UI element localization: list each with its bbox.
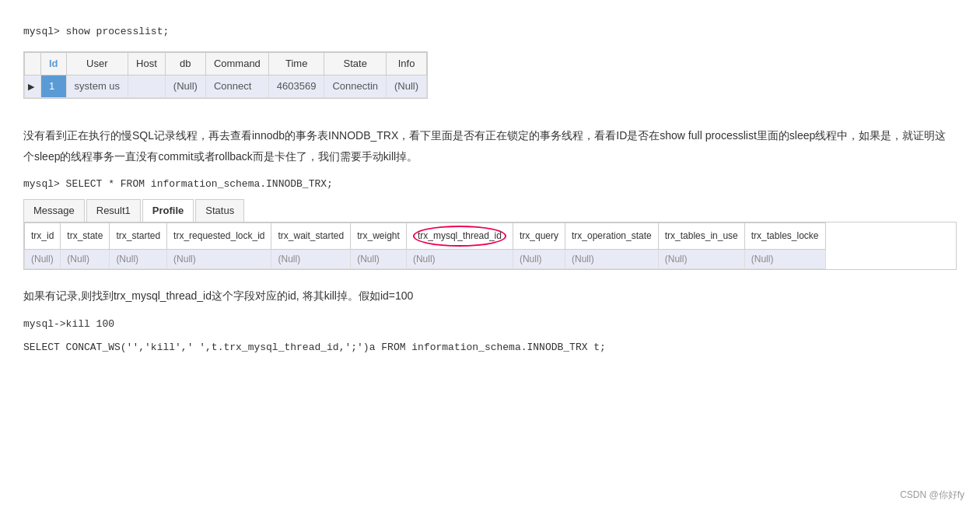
rd-trx-started: (Null) (110, 249, 167, 268)
rh-trx-mysql-thread-id: trx_mysql_thread_id (406, 223, 513, 249)
tabs-container: Message Result1 Profile Status trx_id tr… (23, 199, 957, 270)
id-cell: 1 (41, 75, 67, 98)
col-header-host: Host (128, 53, 166, 75)
cmd2-line: mysql> SELECT * FROM information_schema.… (23, 176, 957, 193)
para2: 如果有记录,则找到trx_mysql_thread_id这个字段对应的id, 将… (23, 286, 957, 307)
rd-trx-tables-locke: (Null) (744, 249, 825, 268)
result-table-wrapper: trx_id trx_state trx_started trx_request… (23, 222, 957, 270)
command-cell: Connect (205, 75, 268, 98)
rd-trx-weight: (Null) (351, 249, 407, 268)
rd-trx-tables-in-use: (Null) (658, 249, 744, 268)
time-cell: 4603569 (268, 75, 324, 98)
para1: 没有看到正在执行的慢SQL记录线程，再去查看innodb的事务表INNODB_T… (23, 125, 957, 166)
cmd4-line: SELECT CONCAT_WS('','kill',' ',t.trx_mys… (23, 339, 957, 356)
rh-trx-query: trx_query (513, 223, 565, 249)
result-table: trx_id trx_state trx_started trx_request… (24, 222, 826, 269)
rh-trx-started: trx_started (110, 223, 167, 249)
db-cell: (Null) (165, 75, 205, 98)
rd-trx-wait-started: (Null) (271, 249, 351, 268)
processlist-table-wrapper: Id User Host db Command Time State Info … (23, 51, 428, 99)
processlist-table: Id User Host db Command Time State Info … (24, 52, 427, 98)
host-cell (128, 75, 166, 98)
tab-status[interactable]: Status (195, 199, 244, 222)
info-cell: (Null) (387, 75, 427, 98)
col-header-arrow (25, 53, 41, 75)
col-header-user: User (66, 53, 128, 75)
col-header-time: Time (268, 53, 324, 75)
rh-trx-weight: trx_weight (351, 223, 407, 249)
arrow-cell: ▶ (25, 75, 41, 98)
col-header-command: Command (205, 53, 268, 75)
col-header-info: Info (387, 53, 427, 75)
col-header-db: db (165, 53, 205, 75)
rh-trx-tables-locke: trx_tables_locke (744, 223, 825, 249)
processlist-row: ▶ 1 system us (Null) Connect 4603569 Con… (25, 75, 427, 98)
rd-trx-id: (Null) (25, 249, 61, 268)
rh-trx-id: trx_id (25, 223, 61, 249)
tab-profile[interactable]: Profile (142, 199, 194, 222)
rd-trx-query: (Null) (513, 249, 565, 268)
rh-trx-tables-in-use: trx_tables_in_use (658, 223, 744, 249)
user-cell: system us (66, 75, 128, 98)
rh-trx-wait-started: trx_wait_started (271, 223, 351, 249)
tabs-bar: Message Result1 Profile Status (23, 199, 957, 222)
cmd1-line: mysql> show processlist; (23, 23, 957, 40)
rh-trx-state: trx_state (61, 223, 110, 249)
rd-trx-operation-state: (Null) (565, 249, 658, 268)
rd-trx-mysql-thread-id: (Null) (406, 249, 513, 268)
rd-trx-requested-lock-id: (Null) (167, 249, 271, 268)
tab-result1[interactable]: Result1 (86, 199, 141, 222)
cmd3-line: mysql->kill 100 (23, 316, 957, 333)
result-row: (Null) (Null) (Null) (Null) (Null) (Null… (25, 249, 826, 268)
col-header-state: State (324, 53, 387, 75)
tab-message[interactable]: Message (23, 199, 85, 222)
col-header-id: Id (41, 53, 67, 75)
rd-trx-state: (Null) (61, 249, 110, 268)
state-cell: Connectin (324, 75, 387, 98)
rh-trx-requested-lock-id: trx_requested_lock_id (167, 223, 271, 249)
rh-trx-operation-state: trx_operation_state (565, 223, 658, 249)
